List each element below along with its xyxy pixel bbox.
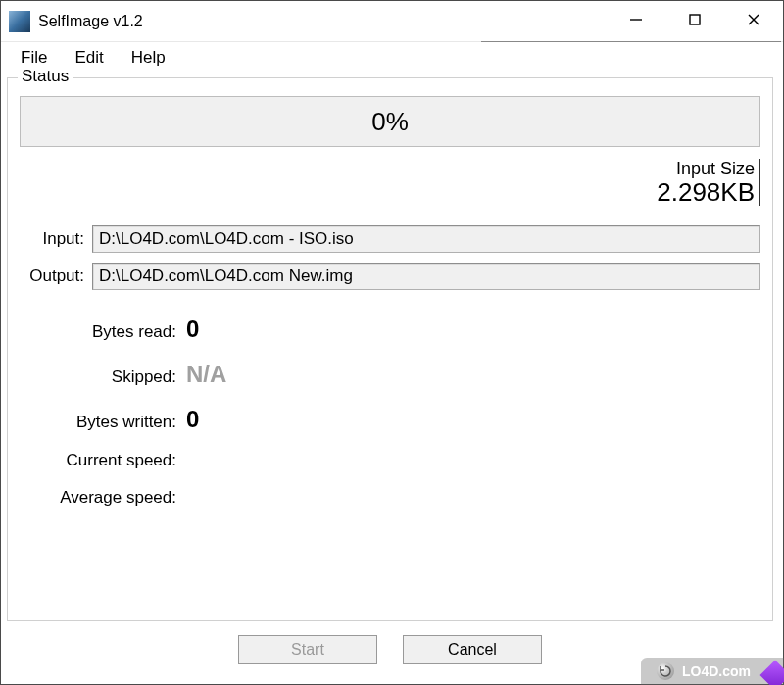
refresh-icon xyxy=(657,662,674,680)
skipped-label: Skipped: xyxy=(20,367,186,387)
title-bar[interactable]: SelfImage v1.2 xyxy=(1,1,783,42)
input-row: Input: D:\LO4D.com\LO4D.com - ISO.iso xyxy=(20,225,760,253)
start-button[interactable]: Start xyxy=(238,635,377,664)
input-label: Input: xyxy=(20,229,84,249)
minimize-button[interactable] xyxy=(607,1,665,38)
input-size-value: 2.298KB xyxy=(20,179,755,206)
skipped-row: Skipped: N/A xyxy=(20,361,760,388)
output-path-field: D:\LO4D.com\LO4D.com New.img xyxy=(92,263,760,290)
output-row: Output: D:\LO4D.com\LO4D.com New.img xyxy=(20,263,760,290)
current-speed-label: Current speed: xyxy=(20,451,186,470)
window-controls xyxy=(607,1,783,41)
watermark-text: LO4D.com xyxy=(682,663,751,679)
bytes-written-label: Bytes written: xyxy=(20,413,186,432)
bytes-read-value: 0 xyxy=(186,316,199,343)
cancel-button[interactable]: Cancel xyxy=(403,635,542,664)
status-group: Status 0% Input Size 2.298KB Input: D:\L… xyxy=(7,77,773,621)
progress-bar: 0% xyxy=(20,96,760,147)
maximize-icon xyxy=(688,13,702,26)
app-icon xyxy=(9,11,30,32)
input-size-block: Input Size 2.298KB xyxy=(20,159,760,206)
stats-block: Bytes read: 0 Skipped: N/A Bytes written… xyxy=(20,316,760,508)
menu-edit[interactable]: Edit xyxy=(69,44,109,72)
close-button[interactable] xyxy=(724,1,783,38)
current-speed-row: Current speed: xyxy=(20,451,760,470)
input-path-text: D:\LO4D.com\LO4D.com - ISO.iso xyxy=(99,229,354,249)
input-size-label: Input Size xyxy=(20,159,755,179)
bytes-written-row: Bytes written: 0 xyxy=(20,406,760,433)
bytes-read-label: Bytes read: xyxy=(20,322,186,342)
content-area: Status 0% Input Size 2.298KB Input: D:\L… xyxy=(1,73,783,684)
average-speed-row: Average speed: xyxy=(20,488,760,508)
watermark: LO4D.com xyxy=(641,658,784,685)
window-title: SelfImage v1.2 xyxy=(38,13,143,30)
output-label: Output: xyxy=(20,267,84,286)
output-path-text: D:\LO4D.com\LO4D.com New.img xyxy=(99,267,353,286)
skipped-value: N/A xyxy=(186,361,226,388)
close-icon xyxy=(747,13,760,26)
minimize-icon xyxy=(629,13,643,26)
progress-text: 0% xyxy=(371,107,409,137)
svg-rect-1 xyxy=(690,15,700,24)
menu-bar: File Edit Help xyxy=(1,42,783,73)
bytes-written-value: 0 xyxy=(186,406,199,433)
bytes-read-row: Bytes read: 0 xyxy=(20,316,760,343)
app-window: SelfImage v1.2 File Edit Help Status 0% xyxy=(0,0,784,685)
status-legend: Status xyxy=(18,67,73,86)
average-speed-label: Average speed: xyxy=(20,488,186,508)
menu-help[interactable]: Help xyxy=(125,44,172,72)
input-path-field: D:\LO4D.com\LO4D.com - ISO.iso xyxy=(92,225,760,253)
maximize-button[interactable] xyxy=(665,1,724,38)
corner-icon xyxy=(760,660,784,685)
